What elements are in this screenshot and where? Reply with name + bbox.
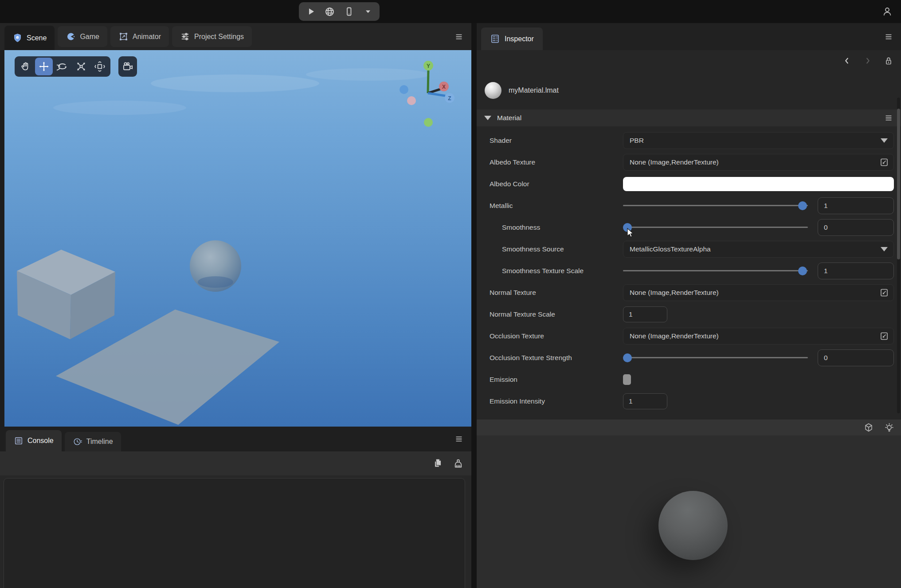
animator-icon <box>118 31 129 42</box>
emission-intensity-input[interactable]: 1 <box>623 393 667 409</box>
scene-panel-menu-button[interactable] <box>454 31 464 42</box>
slider-track[interactable] <box>623 227 808 228</box>
preview-browser-button[interactable] <box>324 5 336 18</box>
inspector-panel-menu-button[interactable] <box>883 31 894 42</box>
property-label: Albedo Color <box>490 180 623 188</box>
clear-console-button[interactable] <box>452 457 464 470</box>
history-forward-button[interactable] <box>862 55 873 66</box>
broom-icon <box>452 458 464 470</box>
preview-sphere <box>658 491 728 560</box>
preview-device-button[interactable] <box>343 5 355 18</box>
smoothness-source-dropdown[interactable]: MetallicGlossTextureAlpha <box>623 241 894 258</box>
gizmo-neg-y <box>424 118 433 127</box>
emission-checkbox[interactable] <box>623 374 631 385</box>
object-picker-icon[interactable] <box>878 157 890 168</box>
object-field-value: None (Image,RenderTexture) <box>630 158 719 166</box>
tab-console[interactable]: Console <box>6 430 62 451</box>
property-label: Emission Intensity <box>490 397 623 405</box>
scene-render: Y X Z <box>4 50 471 427</box>
slider-handle[interactable] <box>798 267 807 275</box>
inspector-nav-row <box>477 50 901 71</box>
property-row: Metallic 1 <box>477 195 901 216</box>
material-section-menu-button[interactable] <box>883 113 894 123</box>
value-text: 1 <box>629 397 633 405</box>
smoothness-slider: 0 <box>623 219 894 236</box>
asset-header: myMaterial.lmat <box>477 71 901 110</box>
tab-game-label: Game <box>80 33 99 41</box>
smoothness-value-input[interactable]: 0 <box>818 219 894 236</box>
rotate-tool-button[interactable] <box>53 56 72 77</box>
gizmo-neg-z <box>400 85 408 94</box>
history-back-button[interactable] <box>842 55 852 66</box>
tab-inspector[interactable]: Inspector <box>481 27 543 50</box>
property-row: Occlusion Texture None (Image,RenderText… <box>477 325 901 347</box>
occlusion-strength-slider: 0 <box>623 349 894 366</box>
property-row: Emission Intensity 1 <box>477 390 901 412</box>
console-output[interactable] <box>0 475 471 588</box>
inspector-scrollbar-thumb[interactable] <box>897 109 900 259</box>
account-button[interactable] <box>880 4 895 19</box>
preview-light-button[interactable] <box>883 422 895 433</box>
left-panel: Scene Game <box>0 23 471 588</box>
slider-handle[interactable] <box>623 353 632 362</box>
play-icon <box>306 6 316 17</box>
slider-track[interactable] <box>623 270 808 271</box>
metallic-value-input[interactable]: 1 <box>818 197 894 214</box>
tab-timeline[interactable]: Timeline <box>65 432 121 451</box>
gizmo-x-label: X <box>442 84 446 90</box>
preview-mesh-button[interactable] <box>863 422 874 433</box>
panel-divider[interactable] <box>471 23 477 588</box>
camera-preview-button[interactable] <box>118 56 137 77</box>
scene-tool-bar <box>15 56 110 77</box>
property-label: Smoothness Texture Scale <box>502 267 623 275</box>
property-row: Smoothness 0 <box>477 216 901 238</box>
tab-animator[interactable]: Animator <box>110 26 169 47</box>
mobile-icon <box>344 6 354 17</box>
property-label: Normal Texture <box>490 289 623 297</box>
chevron-left-icon <box>842 56 852 66</box>
lock-inspector-button[interactable] <box>883 55 894 66</box>
scale-tool-button[interactable] <box>72 56 90 77</box>
console-panel-menu-button[interactable] <box>454 434 464 444</box>
albedo-texture-field[interactable]: None (Image,RenderTexture) <box>623 154 894 171</box>
slider-track[interactable] <box>623 357 808 358</box>
slider-handle[interactable] <box>798 201 807 210</box>
move-icon <box>38 61 50 72</box>
tab-project-settings[interactable]: Project Settings <box>172 26 252 47</box>
move-tool-button[interactable] <box>35 58 53 75</box>
smoothness-texture-scale-input[interactable]: 1 <box>818 263 894 279</box>
hand-tool-button[interactable] <box>16 56 35 77</box>
tab-scene[interactable]: Scene <box>4 26 55 50</box>
caret-down-icon <box>881 247 888 251</box>
occlusion-strength-input[interactable]: 0 <box>818 349 894 366</box>
scene-viewport[interactable]: Y X Z <box>4 50 471 427</box>
play-button[interactable] <box>305 5 317 18</box>
slider-track[interactable] <box>623 205 808 206</box>
property-row: Smoothness Source MetallicGlossTextureAl… <box>477 238 901 260</box>
chevron-right-icon <box>863 56 873 66</box>
normal-texture-field[interactable]: None (Image,RenderTexture) <box>623 284 894 301</box>
shader-dropdown[interactable]: PBR <box>623 132 894 149</box>
preview-options-button[interactable] <box>362 5 374 18</box>
property-row: Normal Texture None (Image,RenderTexture… <box>477 282 901 303</box>
material-preview[interactable] <box>477 435 901 588</box>
albedo-color-swatch[interactable] <box>623 177 894 191</box>
occlusion-texture-field[interactable]: None (Image,RenderTexture) <box>623 328 894 345</box>
menu-icon <box>454 32 464 42</box>
view-tab-bar: Scene Game <box>0 23 471 50</box>
object-picker-icon[interactable] <box>878 330 890 342</box>
tab-game[interactable]: Game <box>58 26 107 47</box>
section-title: Material <box>497 114 521 122</box>
console-log-list <box>4 478 465 588</box>
property-row: Smoothness Texture Scale 1 <box>477 260 901 282</box>
rect-tool-button[interactable] <box>90 56 109 77</box>
property-label: Occlusion Texture <box>490 332 623 340</box>
material-section-header[interactable]: Material <box>477 110 901 126</box>
hand-icon <box>20 61 31 72</box>
console-tab-bar: Console Timeline <box>0 427 471 451</box>
normal-texture-scale-input[interactable]: 1 <box>623 306 667 322</box>
copy-log-button[interactable] <box>431 457 444 470</box>
lock-icon <box>883 55 894 66</box>
object-picker-icon[interactable] <box>878 287 890 298</box>
collapse-caret-icon <box>484 116 491 120</box>
